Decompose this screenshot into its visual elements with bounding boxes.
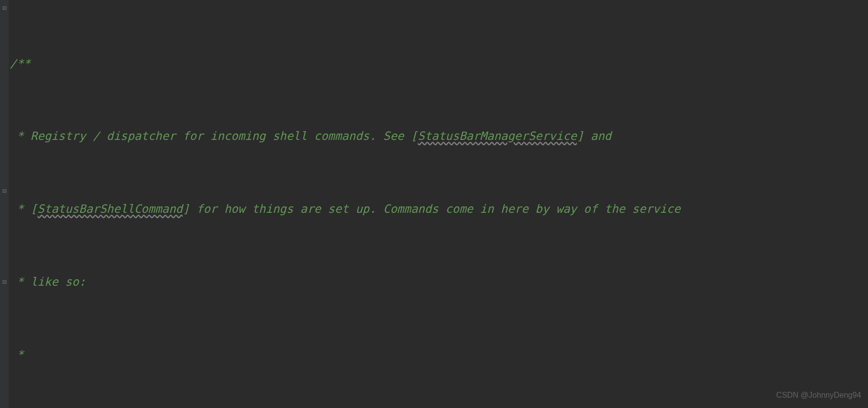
fold-icon[interactable]: ⊟ [1,279,7,285]
code-area[interactable]: /** * Registry / dispatcher for incoming… [9,0,868,408]
doc-bracket: [ [30,202,37,216]
code-line[interactable]: * like so: [10,273,868,291]
code-line[interactable]: * [StatusBarShellCommand] for how things… [10,200,868,218]
code-editor[interactable]: ⊟ ⊟ ⊟ /** * Registry / dispatcher for in… [0,0,868,408]
doc-bracket: [ [411,129,418,143]
doc-comment: /** [10,57,30,70]
doc-link[interactable]: StatusBarManagerService [418,129,577,143]
doc-comment: for how things are set up. Commands come… [190,202,681,216]
doc-comment: * [10,348,23,362]
code-line[interactable]: * Registry / dispatcher for incoming she… [10,127,868,145]
code-line[interactable]: * [10,346,868,364]
gutter: ⊟ ⊟ ⊟ [0,0,9,408]
watermark: CSDN @JohnnyDeng94 [776,386,861,404]
doc-link[interactable]: StatusBarShellCommand [38,202,183,216]
doc-comment: * like so: [10,275,86,289]
fold-icon[interactable]: ⊟ [1,188,7,194]
code-line[interactable]: /** [10,55,868,73]
doc-comment: and [584,129,611,143]
doc-bracket: ] [577,129,584,143]
doc-comment: * [10,202,30,216]
doc-bracket: ] [183,202,190,216]
fold-icon[interactable]: ⊟ [1,5,7,11]
doc-comment: * Registry / dispatcher for incoming she… [10,129,411,143]
